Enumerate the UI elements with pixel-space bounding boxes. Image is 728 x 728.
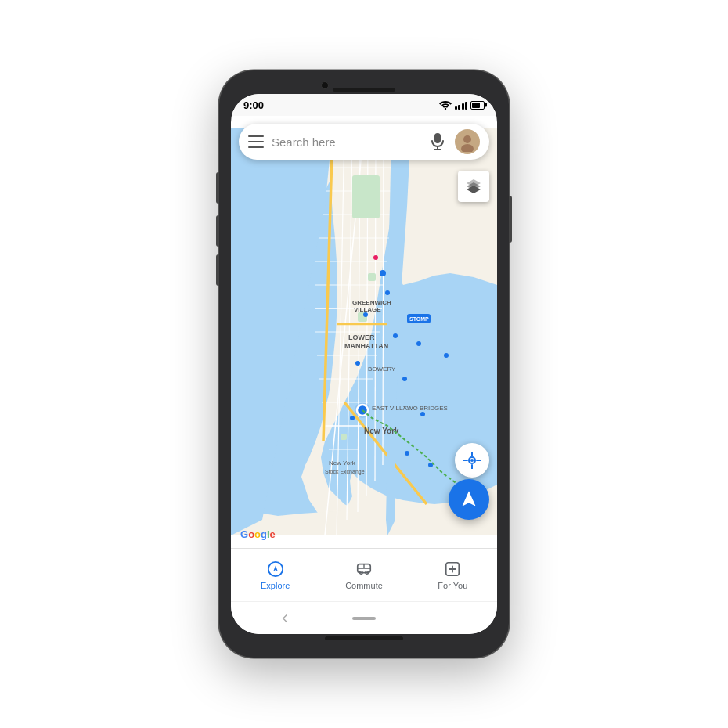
svg-text:LOWER: LOWER (348, 333, 375, 341)
navigate-icon (459, 489, 479, 510)
phone-device: 9:00 (219, 70, 509, 658)
svg-point-56 (350, 416, 355, 420)
android-nav-bar (231, 601, 497, 634)
avatar-button[interactable] (455, 129, 480, 154)
svg-point-50 (416, 341, 421, 346)
home-pill[interactable] (352, 617, 376, 620)
svg-rect-28 (368, 273, 376, 281)
layers-button[interactable] (458, 171, 489, 202)
back-arrow-icon[interactable] (278, 611, 292, 625)
svg-text:New York: New York (364, 427, 399, 435)
phone-screen: 9:00 (231, 94, 497, 634)
hamburger-icon[interactable] (248, 135, 264, 148)
svg-point-47 (380, 270, 386, 276)
camera (321, 81, 329, 89)
nav-item-commute[interactable]: Commute (333, 560, 395, 590)
mic-icon (431, 133, 445, 150)
svg-point-53 (355, 361, 360, 366)
svg-rect-62 (434, 133, 441, 143)
svg-point-51 (373, 255, 378, 260)
svg-point-49 (393, 333, 398, 338)
svg-text:VILLAGE: VILLAGE (354, 306, 381, 313)
svg-text:BOWERY: BOWERY (368, 366, 396, 373)
speaker-top (333, 88, 395, 92)
layers-icon (465, 178, 482, 195)
wifi-icon (439, 100, 452, 110)
map-area[interactable]: LOWER MANHATTAN New York GREENWICH VILLA… (231, 116, 497, 548)
svg-text:New York: New York (329, 460, 356, 467)
status-time: 9:00 (243, 99, 264, 111)
svg-point-55 (420, 412, 425, 416)
commute-label: Commute (345, 581, 383, 590)
search-input[interactable]: Search here (272, 135, 425, 149)
svg-point-54 (402, 377, 407, 381)
svg-point-57 (444, 353, 449, 358)
signal-icon (455, 100, 468, 110)
svg-text:TWO BRIDGES: TWO BRIDGES (403, 405, 448, 412)
svg-text:STOMP: STOMP (409, 316, 429, 322)
commute-icon (355, 560, 373, 578)
search-bar[interactable]: Search here (239, 124, 489, 160)
svg-text:MANHATTAN: MANHATTAN (344, 342, 388, 350)
for-you-icon (444, 560, 461, 578)
svg-point-66 (463, 135, 471, 143)
svg-point-48 (363, 312, 368, 317)
nav-item-for-you[interactable]: For You (421, 560, 484, 590)
my-location-icon (463, 452, 481, 469)
mic-button[interactable] (425, 129, 450, 154)
svg-rect-26 (352, 175, 380, 218)
speaker-bottom (325, 636, 403, 640)
navigate-fab[interactable] (449, 479, 489, 520)
google-logo: G o o g l e (240, 528, 276, 540)
svg-text:Stock Exchange: Stock Exchange (325, 469, 365, 475)
for-you-label: For You (438, 581, 467, 590)
explore-label: Explore (261, 581, 290, 590)
status-bar: 9:00 (231, 94, 497, 116)
svg-text:GREENWICH: GREENWICH (352, 299, 391, 306)
svg-point-72 (470, 459, 474, 462)
svg-point-0 (444, 108, 445, 110)
svg-marker-78 (273, 565, 278, 571)
svg-rect-29 (341, 434, 347, 440)
status-icons (439, 100, 485, 110)
battery-icon (470, 101, 485, 110)
svg-point-58 (405, 451, 409, 456)
explore-icon (267, 560, 284, 578)
nav-item-explore[interactable]: Explore (244, 560, 307, 590)
avatar-icon (457, 132, 478, 152)
location-button[interactable] (455, 443, 489, 478)
svg-point-52 (385, 290, 390, 295)
bottom-nav: Explore Commute Fo (231, 548, 497, 601)
